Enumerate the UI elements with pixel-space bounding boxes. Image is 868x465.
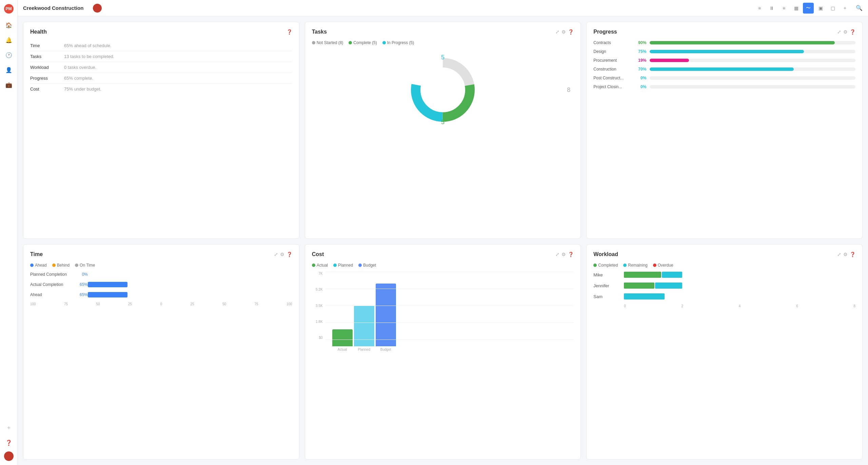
- legend-item: Overdue: [653, 263, 673, 268]
- legend-item: Remaining: [623, 263, 647, 268]
- workload-row: Mike: [593, 272, 855, 278]
- cost-card-header: Cost ⤢ ⚙ ❓: [312, 251, 574, 257]
- workload-row: Sam: [593, 293, 855, 299]
- sidebar-item-portfolio[interactable]: 💼: [3, 79, 15, 91]
- tasks-title: Tasks: [312, 29, 327, 35]
- tasks-card: Tasks ⤢ ⚙ ❓ Not Started (8)Complete (5)I…: [305, 22, 581, 239]
- sidebar-item-team[interactable]: 👤: [3, 64, 15, 76]
- main-area: Creekwood Construction ≡ ⏸ ≡ ▦ 〜 ▣ ▢ ＋ 🔍…: [18, 0, 868, 465]
- time-row: Actual Completion 65%: [30, 282, 292, 287]
- time-help-icon[interactable]: ❓: [287, 252, 292, 257]
- sidebar-avatar[interactable]: [4, 451, 14, 461]
- sidebar-help-button[interactable]: ❓: [3, 437, 15, 449]
- progress-expand-icon[interactable]: ⤢: [837, 29, 841, 35]
- progress-card: Progress ⤢ ⚙ ❓ Contracts 90% Design 75% …: [586, 22, 863, 239]
- sidebar-add-button[interactable]: ＋: [3, 422, 15, 434]
- cost-title: Cost: [312, 251, 324, 257]
- legend-item: Planned: [333, 263, 353, 268]
- cost-settings-icon[interactable]: ⚙: [561, 252, 566, 257]
- sidebar-bottom: ＋ ❓: [3, 422, 15, 461]
- time-expand-icon[interactable]: ⤢: [274, 252, 278, 257]
- workload-legend: CompletedRemainingOverdue: [593, 263, 855, 268]
- donut-label-right: 8: [567, 86, 570, 94]
- time-title: Time: [30, 251, 43, 257]
- donut-label-bottom: 5: [441, 119, 445, 126]
- time-card-header: Time ⤢ ⚙ ❓: [30, 251, 292, 257]
- cost-card: Cost ⤢ ⚙ ❓ ActualPlannedBudget 7K5.2K3.5…: [305, 244, 581, 460]
- progress-title: Progress: [593, 29, 617, 35]
- health-help-icon[interactable]: ❓: [287, 29, 292, 35]
- app-logo[interactable]: PM: [4, 4, 14, 14]
- sidebar-item-home[interactable]: 🏠: [3, 19, 15, 31]
- cost-help-icon[interactable]: ❓: [568, 252, 574, 257]
- time-settings-icon[interactable]: ⚙: [280, 252, 284, 257]
- workload-card-header: Workload ⤢ ⚙ ❓: [593, 251, 855, 257]
- progress-row: Post Construct... 0%: [593, 76, 855, 80]
- tasks-settings-icon[interactable]: ⚙: [561, 29, 566, 35]
- health-row: Cost75% under budget.: [30, 84, 292, 95]
- progress-card-header: Progress ⤢ ⚙ ❓: [593, 29, 855, 35]
- time-row: Planned Completion 0%: [30, 272, 292, 277]
- time-rows: Planned Completion 0% Actual Completion …: [30, 272, 292, 297]
- workload-help-icon[interactable]: ❓: [850, 252, 855, 257]
- tasks-legend: Not Started (8)Complete (5)In Progress (…: [312, 40, 574, 45]
- cost-legend: ActualPlannedBudget: [312, 263, 574, 268]
- legend-item: Actual: [312, 263, 328, 268]
- health-row: Workload0 tasks overdue.: [30, 62, 292, 73]
- donut-chart: 5 8 5: [312, 49, 574, 131]
- progress-row: Construction 70%: [593, 67, 855, 72]
- nav-split-button[interactable]: ≡: [778, 3, 789, 14]
- cost-chart: 7K5.2K3.5K1.8K$0: [312, 272, 574, 346]
- nav-gantt-button[interactable]: ⏸: [766, 3, 777, 14]
- project-title: Creekwood Construction: [23, 5, 83, 11]
- search-icon[interactable]: 🔍: [856, 5, 863, 11]
- progress-row: Procurement 19%: [593, 58, 855, 63]
- tasks-help-icon[interactable]: ❓: [568, 29, 574, 35]
- progress-row: Contracts 90%: [593, 40, 855, 45]
- nav-board-button[interactable]: ▦: [791, 3, 802, 14]
- health-card-actions: ❓: [287, 29, 292, 35]
- sidebar-item-notifications[interactable]: 🔔: [3, 34, 15, 46]
- legend-item: In Progress (5): [382, 40, 414, 45]
- legend-item: Complete (5): [349, 40, 377, 45]
- workload-row: Jennifer: [593, 283, 855, 289]
- time-card: Time ⤢ ⚙ ❓ AheadBehindOn Time Planned Co…: [23, 244, 299, 460]
- legend-item: Budget: [358, 263, 376, 268]
- nav-list-button[interactable]: ≡: [754, 3, 765, 14]
- header-nav: ≡ ⏸ ≡ ▦ 〜 ▣ ▢ ＋: [754, 3, 850, 14]
- progress-row: Design 75%: [593, 49, 855, 54]
- progress-help-icon[interactable]: ❓: [850, 29, 855, 35]
- cost-expand-icon[interactable]: ⤢: [555, 252, 559, 257]
- nav-add-button[interactable]: ＋: [840, 3, 850, 14]
- donut-label-top: 5: [441, 54, 445, 61]
- progress-settings-icon[interactable]: ⚙: [843, 29, 848, 35]
- progress-row: Project Closin... 0%: [593, 84, 855, 89]
- tasks-expand-icon[interactable]: ⤢: [555, 29, 559, 35]
- sidebar: PM 🏠 🔔 🕐 👤 💼 ＋ ❓: [0, 0, 18, 465]
- nav-dashboard-button[interactable]: 〜: [803, 3, 814, 14]
- cost-card-actions: ⤢ ⚙ ❓: [555, 252, 574, 257]
- nav-doc-button[interactable]: ▢: [827, 3, 838, 14]
- workload-title: Workload: [593, 251, 618, 257]
- time-legend: AheadBehindOn Time: [30, 263, 292, 268]
- legend-item: Behind: [52, 263, 70, 268]
- dashboard: Health ❓ Time65% ahead of schedule.Tasks…: [18, 16, 868, 465]
- sidebar-item-time[interactable]: 🕐: [3, 49, 15, 61]
- health-row: Time65% ahead of schedule.: [30, 40, 292, 51]
- workload-settings-icon[interactable]: ⚙: [843, 252, 848, 257]
- header: Creekwood Construction ≡ ⏸ ≡ ▦ 〜 ▣ ▢ ＋ 🔍: [18, 0, 868, 16]
- nav-calendar-button[interactable]: ▣: [815, 3, 826, 14]
- time-card-actions: ⤢ ⚙ ❓: [274, 252, 292, 257]
- workload-expand-icon[interactable]: ⤢: [837, 252, 841, 257]
- health-card: Health ❓ Time65% ahead of schedule.Tasks…: [23, 22, 299, 239]
- legend-item: On Time: [75, 263, 95, 268]
- progress-rows: Contracts 90% Design 75% Procurement 19%…: [593, 40, 855, 89]
- health-table: Time65% ahead of schedule.Tasks13 tasks …: [30, 40, 292, 94]
- legend-item: Completed: [593, 263, 618, 268]
- workload-card: Workload ⤢ ⚙ ❓ CompletedRemainingOverdue…: [586, 244, 863, 460]
- time-xaxis: 100755025 0 255075100: [30, 302, 292, 306]
- legend-item: Not Started (8): [312, 40, 343, 45]
- time-row: Ahead 65%: [30, 292, 292, 297]
- tasks-card-actions: ⤢ ⚙ ❓: [555, 29, 574, 35]
- legend-item: Ahead: [30, 263, 47, 268]
